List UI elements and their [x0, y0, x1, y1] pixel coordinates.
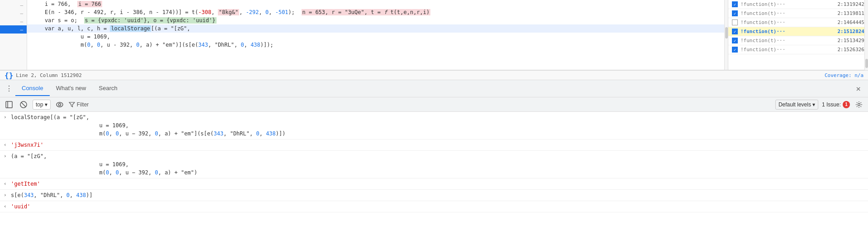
svg-line-3 — [21, 102, 26, 107]
svg-rect-0 — [6, 101, 12, 108]
levels-label: Default levels — [778, 101, 811, 108]
entry-text-3: (a = "[zG", — [11, 153, 47, 159]
toolbar-tabs: Console What's new Search — [15, 81, 124, 96]
menu-icon[interactable]: ⋮ — [4, 83, 14, 94]
entry-text-3b: u = 1069, — [11, 161, 129, 168]
code-line-5: u = 1069, — [27, 33, 728, 41]
gutter-line-2: – — [0, 9, 27, 17]
tab-console[interactable]: Console — [15, 81, 50, 96]
block-icon[interactable] — [18, 99, 29, 110]
result-arrow-2: ‹ — [4, 142, 11, 148]
svg-point-7 — [858, 103, 860, 106]
filter-label: Filter — [77, 101, 89, 108]
console-toolbar: top ▾ Filter Default levels ▾ 1 Issue: 1 — [0, 97, 868, 112]
top-label: top — [36, 101, 43, 108]
right-panel-item-1: !function(t)··· 2:1319242 — [728, 0, 868, 9]
result-arrow-6: ‹ — [4, 203, 11, 209]
right-panel-item-5: !function(t)··· 2:1513429 — [728, 36, 868, 45]
expand-arrow-1[interactable]: › — [4, 114, 11, 120]
right-panel-item-4: !function(t)··· 2:1512824 — [728, 27, 868, 36]
checkbox-3[interactable] — [732, 19, 738, 25]
entry-text-2: 'j3wsnx7i' — [11, 142, 43, 148]
fn-label-1: !function(t)··· — [741, 1, 785, 7]
entry-text-1: localStorage[(a = "[zG", — [11, 114, 89, 120]
filter-area: Filter — [69, 101, 89, 108]
eye-icon-button[interactable] — [54, 99, 65, 110]
entry-text-4: 'getItem' — [11, 181, 40, 187]
code-line-4: var a, u, l, c, h = localStorage[(a = "[… — [27, 24, 728, 33]
scrollbar-thumb[interactable] — [725, 27, 728, 38]
linenum-4: 2:1512824 — [837, 29, 864, 34]
code-line-1: i = 766, i = 766 — [27, 0, 728, 8]
entry-text-1c: m(0, 0, u − 392, 0, a) + "em"](s[e(343, … — [11, 130, 286, 137]
entry-content-1: localStorage[(a = "[zG", u = 1069, m(0, … — [11, 113, 864, 138]
linenum-2: 2:1319811 — [837, 10, 864, 16]
scrollbar-track[interactable] — [724, 0, 728, 70]
code-line-3: var s = o; s = {vpxdc: 'uuid'}, o = {vpx… — [27, 16, 728, 24]
svg-point-5 — [58, 103, 61, 106]
right-panel-list: !function(t)··· 2:1319242 !function(t)··… — [728, 0, 868, 54]
code-gutter: – – – – — [0, 0, 27, 70]
chevron-down-icon-levels: ▾ — [812, 101, 815, 108]
coverage-text: Coverage: n/a — [825, 72, 863, 78]
entry-content-6: 'uuid' — [11, 202, 864, 211]
fn-label-4: !function(t)··· — [741, 29, 785, 34]
console-output: › localStorage[(a = "[zG", u = 1069, m(0… — [0, 112, 868, 212]
console-entry-5: › s[e(343, "DhRL", 0, 438)] — [0, 190, 868, 201]
status-text: Line 2, Column 1512902 — [16, 72, 82, 78]
right-panel-scrollbar-thumb[interactable] — [865, 59, 868, 68]
entry-content-5: s[e(343, "DhRL", 0, 438)] — [11, 191, 864, 199]
code-line-2: E(n - 346, r - 492, r, i - 386, n - 174)… — [27, 8, 728, 16]
top-context-dropdown[interactable]: top ▾ — [33, 100, 51, 110]
linenum-5: 2:1513429 — [837, 38, 864, 43]
checkbox-4[interactable] — [732, 29, 738, 34]
entry-text-6: 'uuid' — [11, 203, 30, 210]
default-levels-dropdown[interactable]: Default levels ▾ — [775, 100, 818, 110]
console-entry-3: › (a = "[zG", u = 1069, m(0, 0, u − 392,… — [0, 151, 868, 178]
entry-text-5: s[e(343, "DhRL", 0, 438)] — [11, 192, 93, 198]
right-panel-item-3: !function(t)··· 2:1464445 — [728, 18, 868, 27]
svg-point-4 — [57, 102, 63, 107]
linenum-3: 2:1464445 — [837, 19, 864, 25]
code-line-6: m(0, 0, u - 392, 0, a) + "em")](s[e(343,… — [27, 41, 728, 49]
status-bar: {} Line 2, Column 1512902 Coverage: n/a — [0, 70, 868, 80]
entry-content-4: 'getItem' — [11, 180, 864, 188]
issues-label: 1 Issue: — [822, 101, 841, 108]
right-panel-item-2: !function(t)··· 2:1319811 — [728, 9, 868, 18]
checkbox-2[interactable] — [732, 10, 738, 16]
tab-search[interactable]: Search — [93, 81, 124, 96]
sidebar-toggle-button[interactable] — [4, 99, 14, 110]
settings-button[interactable] — [854, 99, 864, 110]
expand-arrow-5[interactable]: › — [4, 192, 11, 198]
linenum-1: 2:1319242 — [837, 1, 864, 7]
gutter-line-3: – — [0, 17, 27, 25]
entry-text-3c: m(0, 0, u − 392, 0, a) + "em") — [11, 169, 197, 176]
code-editor-area: i = 766, i = 766 E(n - 346, r - 492, r, … — [27, 0, 728, 70]
checkbox-5[interactable] — [732, 38, 738, 43]
entry-content-3: (a = "[zG", u = 1069, m(0, 0, u − 392, 0… — [11, 152, 864, 177]
close-button[interactable]: × — [852, 83, 864, 95]
result-arrow-4: ‹ — [4, 181, 11, 187]
gutter-line-1: – — [0, 1, 27, 9]
right-panel-scrollbar[interactable] — [864, 0, 868, 70]
filter-icon — [69, 101, 75, 108]
checkbox-6[interactable] — [732, 47, 738, 53]
checkbox-1[interactable] — [732, 1, 738, 7]
fn-label-5: !function(t)··· — [741, 38, 785, 43]
console-entry-2: ‹ 'j3wsnx7i' — [0, 139, 868, 151]
console-entry-6: ‹ 'uuid' — [0, 201, 868, 212]
issues-count: 1 — [845, 102, 848, 107]
console-entry-4: ‹ 'getItem' — [0, 178, 868, 190]
right-panel-item-6: !function(t)··· 2:1526326 — [728, 45, 868, 54]
chevron-down-icon: ▾ — [45, 101, 47, 108]
entry-text-1b: u = 1069, — [11, 122, 129, 129]
svg-marker-6 — [69, 102, 75, 107]
tab-whats-new[interactable]: What's new — [50, 81, 93, 96]
expand-arrow-3[interactable]: › — [4, 153, 11, 159]
issues-badge: 1 Issue: 1 — [822, 101, 850, 108]
right-panel: !function(t)··· 2:1319242 !function(t)··… — [728, 0, 868, 70]
gutter-line-4: – — [0, 25, 27, 34]
gutter-line-5 — [0, 34, 27, 42]
console-entry-1: › localStorage[(a = "[zG", u = 1069, m(0… — [0, 112, 868, 139]
linenum-6: 2:1526326 — [837, 47, 864, 53]
